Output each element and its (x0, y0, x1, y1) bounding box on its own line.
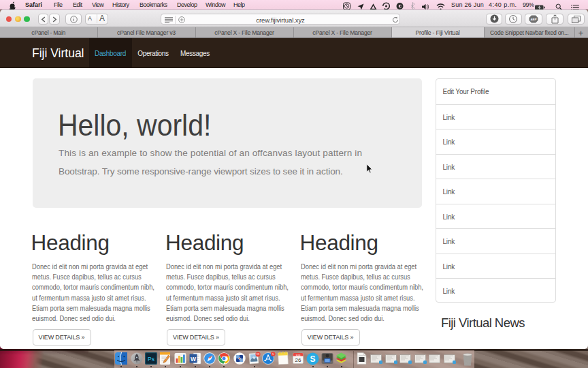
svg-text:26: 26 (295, 357, 301, 363)
svg-text:Ps: Ps (148, 356, 154, 363)
svg-text:W: W (190, 356, 196, 363)
svg-text:99: 99 (257, 352, 260, 356)
svg-text:ABP: ABP (531, 17, 537, 20)
svg-text:S: S (310, 354, 315, 364)
